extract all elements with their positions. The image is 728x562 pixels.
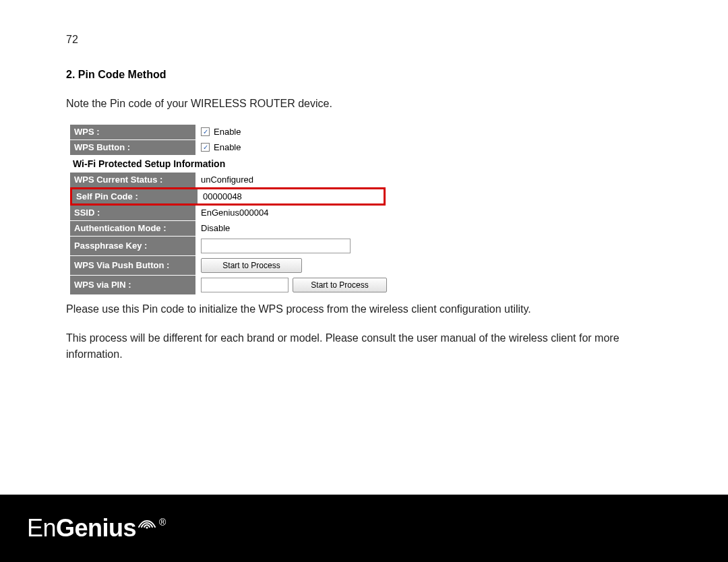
wps-status-value: unConfigured [195, 173, 386, 187]
wps-button-checkbox[interactable]: ✓ [201, 143, 210, 152]
paragraph-2: Please use this Pin code to initialize t… [66, 301, 647, 318]
wps-section-title: Wi-Fi Protected Setup Information [70, 155, 386, 173]
self-pin-value: 00000048 [198, 189, 384, 204]
auth-value: Disable [195, 221, 386, 236]
wps-button-row: WPS Button : ✓ Enable [70, 140, 386, 155]
passphrase-label: Passphrase Key : [70, 237, 195, 255]
wps-button-value-cell: ✓ Enable [195, 140, 386, 155]
wps-row: WPS : ✓ Enable [70, 125, 386, 139]
paragraph-3: This process will be different for each … [66, 330, 647, 364]
page-number: 72 [66, 34, 647, 46]
brand-logo: EnGenius ® [27, 514, 164, 542]
wps-status-row: WPS Current Status : unConfigured [70, 173, 386, 187]
footer: EnGenius ® [0, 495, 728, 562]
wps-checkbox[interactable]: ✓ [201, 127, 210, 136]
self-pin-row-highlight: Self Pin Code : 00000048 [70, 187, 386, 206]
wps-via-pin-row: WPS via PIN : Start to Process [70, 276, 386, 294]
passphrase-row: Passphrase Key : [70, 237, 386, 255]
push-button-label: WPS Via Push Button : [70, 256, 195, 275]
brand-part1: En [27, 514, 56, 542]
ssid-row: SSID : EnGenius000004 [70, 206, 386, 220]
push-button-row: WPS Via Push Button : Start to Process [70, 256, 386, 275]
wifi-icon [138, 507, 156, 536]
svg-point-0 [146, 526, 148, 528]
wps-via-pin-cell: Start to Process [195, 276, 387, 294]
wps-button-enable-text: Enable [214, 142, 241, 152]
start-process-pin-button[interactable]: Start to Process [293, 278, 387, 292]
registered-mark: ® [159, 517, 166, 528]
auth-label: Authentication Mode : [70, 221, 195, 236]
passphrase-input[interactable] [201, 239, 351, 253]
self-pin-label: Self Pin Code : [72, 189, 198, 204]
ssid-label: SSID : [70, 206, 195, 220]
push-button-cell: Start to Process [195, 256, 386, 275]
wps-enable-text: Enable [214, 127, 241, 137]
auth-row: Authentication Mode : Disable [70, 221, 386, 236]
passphrase-cell [195, 237, 386, 255]
wps-button-label: WPS Button : [70, 140, 195, 155]
start-process-push-button[interactable]: Start to Process [201, 258, 302, 273]
wps-table: WPS : ✓ Enable WPS Button : ✓ Enable Wi-… [70, 125, 386, 294]
wps-pin-input[interactable] [201, 278, 289, 292]
wps-via-pin-label: WPS via PIN : [70, 276, 195, 294]
wps-value-cell: ✓ Enable [195, 125, 386, 139]
intro-paragraph: Note the Pin code of your WIRELESS ROUTE… [66, 96, 647, 113]
ssid-value: EnGenius000004 [195, 206, 386, 220]
page-content: 72 2. Pin Code Method Note the Pin code … [0, 0, 647, 363]
section-heading: 2. Pin Code Method [66, 69, 647, 81]
brand-part2: Genius [56, 514, 136, 542]
wps-label: WPS : [70, 125, 195, 139]
wps-status-label: WPS Current Status : [70, 173, 195, 187]
